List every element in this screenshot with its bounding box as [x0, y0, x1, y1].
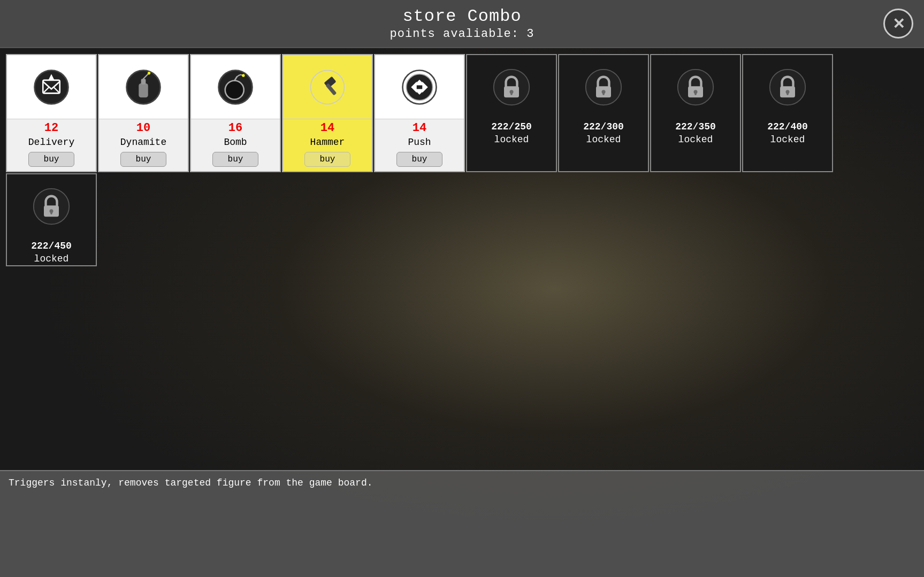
item-name-push: Push — [408, 137, 431, 148]
item-card-push: 14Pushbuy — [374, 54, 465, 172]
item-cost-hammer: 14 — [320, 121, 334, 135]
svg-rect-39 — [50, 211, 52, 214]
svg-rect-35 — [786, 92, 789, 95]
item-card-bomb: 16Bombbuy — [190, 54, 281, 172]
item-card-delivery: 12Deliverybuy — [6, 54, 97, 172]
item-card-hammer: 14Hammerbuy — [282, 54, 373, 172]
points-available: points avaliable: 3 — [390, 27, 534, 41]
svg-point-12 — [225, 80, 244, 99]
store-grid-area: 12Deliverybuy 10Dynamitebuy 16Bombbuy 14… — [0, 48, 924, 267]
item-name-locked3: locked — [678, 134, 713, 145]
item-cost-locked5: 222/450 — [31, 241, 72, 251]
item-card-locked2: 222/300locked — [558, 54, 649, 172]
item-cost-delivery: 12 — [44, 121, 58, 135]
svg-point-14 — [242, 74, 245, 76]
item-cost-push: 14 — [413, 121, 426, 135]
buy-button-hammer[interactable]: buy — [304, 152, 351, 167]
item-name-locked1: locked — [494, 134, 529, 145]
svg-rect-27 — [602, 92, 605, 95]
item-icon-hammer — [283, 55, 372, 119]
item-name-locked5: locked — [34, 253, 69, 264]
item-icon-delivery — [7, 55, 96, 119]
store-grid: 12Deliverybuy 10Dynamitebuy 16Bombbuy 14… — [5, 53, 919, 267]
item-cost-dynamite: 10 — [136, 121, 150, 135]
item-name-bomb: Bomb — [224, 137, 247, 148]
close-button[interactable]: ✕ — [883, 9, 913, 39]
item-icon-locked5 — [7, 174, 96, 239]
item-card-locked5: 222/450locked — [6, 173, 97, 266]
description-bar: Triggers instanly, removes targeted figu… — [0, 470, 924, 577]
svg-point-10 — [148, 72, 150, 74]
item-name-locked4: locked — [770, 134, 805, 145]
item-card-locked1: 222/250locked — [466, 54, 557, 172]
svg-point-19 — [407, 74, 433, 100]
buy-button-push[interactable]: buy — [396, 152, 443, 167]
svg-rect-8 — [141, 79, 146, 84]
svg-rect-7 — [139, 83, 148, 97]
buy-button-delivery[interactable]: buy — [28, 152, 75, 167]
item-icon-locked3 — [651, 55, 740, 119]
item-name-hammer: Hammer — [310, 137, 345, 148]
item-name-dynamite: Dynamite — [120, 137, 166, 148]
item-cost-locked2: 222/300 — [583, 121, 624, 132]
store-title: store Combo — [402, 6, 521, 26]
item-cost-locked4: 222/400 — [767, 121, 808, 132]
item-icon-push — [375, 55, 464, 119]
item-icon-dynamite — [99, 55, 188, 119]
svg-rect-31 — [694, 92, 697, 95]
item-icon-bomb — [191, 55, 280, 119]
item-icon-locked1 — [467, 55, 556, 119]
item-icon-locked2 — [559, 55, 648, 119]
item-name-locked2: locked — [586, 134, 621, 145]
item-icon-locked4 — [743, 55, 832, 119]
item-card-dynamite: 10Dynamitebuy — [98, 54, 189, 172]
item-cost-locked1: 222/250 — [491, 121, 532, 132]
buy-button-bomb[interactable]: buy — [212, 152, 259, 167]
item-cost-bomb: 16 — [228, 121, 242, 135]
svg-rect-23 — [510, 92, 513, 95]
store-header: store Combo points avaliable: 3 ✕ — [0, 0, 924, 48]
item-card-locked3: 222/350locked — [650, 54, 741, 172]
item-name-delivery: Delivery — [28, 137, 74, 148]
item-card-locked4: 222/400locked — [742, 54, 833, 172]
buy-button-dynamite[interactable]: buy — [120, 152, 167, 167]
item-cost-locked3: 222/350 — [675, 121, 716, 132]
description-text: Triggers instanly, removes targeted figu… — [9, 478, 373, 488]
